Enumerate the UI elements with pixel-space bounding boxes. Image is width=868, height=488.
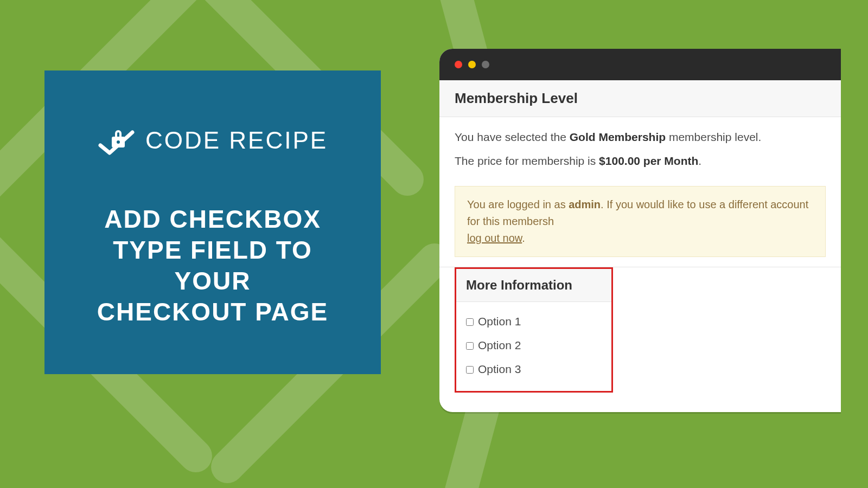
code-recipe-logo-icon — [98, 125, 136, 156]
price-value: $100.00 per Month — [599, 155, 698, 167]
more-information-highlight: More Information Option 1 Option 2 Optio… — [455, 267, 613, 393]
logout-link[interactable]: log out now — [467, 232, 522, 244]
logo-text: CODE RECIPE — [145, 127, 328, 154]
promo-title-line: ADD CHECKBOX — [73, 204, 353, 235]
checkbox-option[interactable]: Option 2 — [466, 333, 602, 357]
checkbox-option[interactable]: Option 3 — [466, 357, 602, 381]
window-titlebar — [439, 49, 841, 80]
selected-plan-name: Gold Membership — [570, 131, 666, 143]
promo-card: CODE RECIPE ADD CHECKBOX TYPE FIELD TO Y… — [44, 70, 381, 374]
login-notice: You are logged in as admin. If you would… — [455, 186, 826, 257]
price-text: The price for membership is $100.00 per … — [455, 153, 826, 169]
promo-title-line: CHECKOUT PAGE — [73, 297, 353, 328]
checkbox-option-list: Option 1 Option 2 Option 3 — [456, 302, 611, 391]
minimize-icon[interactable] — [468, 61, 476, 68]
selected-level-text: You have selected the Gold Membership me… — [455, 129, 826, 145]
option-3-checkbox[interactable] — [466, 366, 474, 374]
checkbox-option[interactable]: Option 1 — [466, 310, 602, 333]
current-user: admin — [569, 198, 601, 210]
logo-row: CODE RECIPE — [98, 125, 328, 156]
promo-title-line: TYPE FIELD TO YOUR — [73, 235, 353, 297]
option-label: Option 2 — [478, 339, 521, 352]
option-label: Option 3 — [478, 363, 521, 376]
membership-level-header: Membership Level — [439, 80, 841, 117]
option-label: Option 1 — [478, 315, 521, 328]
checkout-page: Membership Level You have selected the G… — [439, 80, 841, 393]
option-1-checkbox[interactable] — [466, 318, 474, 326]
promo-title: ADD CHECKBOX TYPE FIELD TO YOUR CHECKOUT… — [73, 204, 353, 328]
more-information-header: More Information — [456, 269, 611, 302]
svg-point-1 — [117, 140, 120, 144]
close-icon[interactable] — [455, 61, 462, 68]
browser-window: Membership Level You have selected the G… — [439, 49, 841, 412]
membership-level-body: You have selected the Gold Membership me… — [439, 117, 841, 182]
option-2-checkbox[interactable] — [466, 342, 474, 350]
maximize-icon[interactable] — [482, 61, 489, 68]
